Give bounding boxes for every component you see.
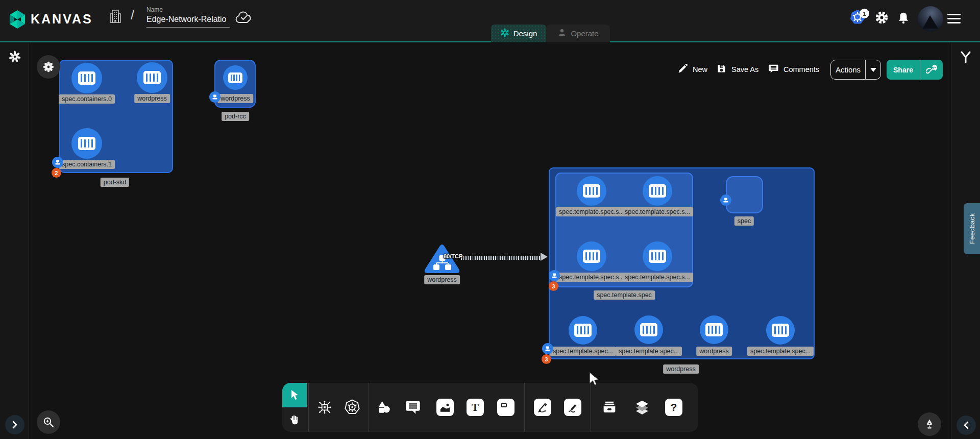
- tab-operate-label: Operate: [571, 29, 598, 38]
- node-label: spec.template.spec.s...: [556, 273, 627, 282]
- comments-label: Comments: [783, 65, 819, 74]
- save-as-button[interactable]: Save As: [716, 63, 758, 76]
- tab-design[interactable]: Design: [491, 25, 546, 42]
- node-label-spec: spec: [734, 216, 754, 226]
- network-badge[interactable]: [209, 91, 220, 103]
- container-icon: [649, 250, 666, 263]
- actions-label: Actions: [831, 65, 865, 74]
- comments-bubble-icon: [768, 63, 779, 76]
- service-node-wordpress[interactable]: [423, 243, 461, 277]
- container-node-wordpress-rcc[interactable]: [223, 65, 248, 90]
- edge-arrowhead-icon: [541, 253, 548, 261]
- edge-pen-tool-icon[interactable]: [531, 396, 554, 419]
- context-count-badge: 1: [860, 9, 869, 18]
- design-name-label: Name: [146, 6, 163, 13]
- container-node[interactable]: [577, 176, 606, 206]
- help-tool-icon[interactable]: ?: [663, 396, 685, 419]
- pen-nib-button[interactable]: [918, 412, 941, 436]
- hamburger-menu-icon[interactable]: [947, 14, 961, 26]
- container-icon: [583, 250, 600, 263]
- container-icon: [640, 323, 657, 336]
- group-spec-template-spec[interactable]: [555, 173, 693, 287]
- drawer-tool-icon[interactable]: [598, 396, 621, 419]
- error-count-badge[interactable]: 3: [542, 354, 551, 364]
- network-badge[interactable]: [720, 194, 731, 206]
- node-label: spec.template.spec.s...: [622, 207, 693, 216]
- container-node-spec-containers-1[interactable]: [71, 128, 102, 159]
- node-label: wordpress: [696, 347, 732, 356]
- error-count-badge[interactable]: 2: [52, 168, 61, 178]
- feedback-tab[interactable]: Feedback: [964, 203, 980, 254]
- container-node-wordpress[interactable]: [137, 62, 167, 93]
- network-badge[interactable]: [549, 270, 560, 281]
- container-icon: [78, 71, 95, 85]
- node-label: spec.containers.0: [59, 94, 115, 104]
- notifications-bell-icon[interactable]: [897, 11, 910, 27]
- container-node[interactable]: [700, 315, 728, 344]
- container-node[interactable]: [577, 241, 606, 271]
- new-label: New: [693, 65, 707, 74]
- share-button[interactable]: Share: [887, 60, 943, 80]
- header: KANVAS / Name: [0, 0, 980, 42]
- container-node[interactable]: [643, 176, 672, 206]
- tab-operate[interactable]: Operate: [546, 25, 610, 42]
- settings-gear-icon[interactable]: [875, 11, 889, 27]
- image-tool-icon[interactable]: [434, 396, 456, 419]
- organization-icon[interactable]: [109, 9, 121, 26]
- text-tool-glyph: T: [472, 401, 479, 414]
- save-floppy-icon: [716, 63, 727, 76]
- share-label: Share: [887, 66, 920, 74]
- cloud-saved-icon: [234, 10, 254, 28]
- comments-button[interactable]: Comments: [768, 63, 819, 76]
- user-avatar[interactable]: [918, 6, 943, 32]
- collapse-right-panel-button[interactable]: [957, 416, 976, 435]
- zoom-in-button[interactable]: [37, 410, 60, 434]
- node-spec[interactable]: [726, 176, 763, 213]
- node-label: wordpress: [134, 94, 170, 103]
- y-panel-icon[interactable]: [960, 51, 972, 65]
- network-badge[interactable]: [52, 157, 63, 168]
- expand-left-panel-button[interactable]: [5, 415, 24, 434]
- error-count-badge[interactable]: 3: [549, 281, 558, 291]
- container-icon: [143, 71, 161, 84]
- node-label: spec.template.spec...: [747, 347, 814, 356]
- copy-link-icon[interactable]: [920, 60, 943, 80]
- container-icon: [705, 323, 723, 336]
- container-node-spec-containers-0[interactable]: [71, 63, 102, 93]
- select-tool-button[interactable]: [282, 383, 307, 407]
- actions-button[interactable]: Actions: [830, 60, 881, 80]
- snowflake-button[interactable]: [37, 55, 60, 79]
- container-node[interactable]: [643, 241, 672, 271]
- operate-person-icon: [557, 28, 567, 39]
- actions-dropdown-caret[interactable]: [865, 60, 880, 79]
- group-label-pod-rcc: pod-rcc: [222, 112, 249, 121]
- shapes-tool-icon[interactable]: [373, 396, 395, 419]
- new-button[interactable]: New: [677, 63, 707, 76]
- service-label: wordpress: [424, 275, 460, 284]
- help-glyph: ?: [671, 401, 677, 413]
- group-label-deployment: wordpress: [663, 364, 699, 374]
- meshery-swirl-icon[interactable]: [9, 51, 21, 65]
- components-chip-icon[interactable]: [313, 396, 336, 419]
- container-icon: [228, 72, 242, 83]
- kanvas-logo-icon[interactable]: [7, 9, 28, 32]
- comment-tool-icon[interactable]: [402, 396, 424, 419]
- node-label: spec.template.spec.s...: [556, 207, 627, 216]
- network-badge[interactable]: [542, 343, 553, 354]
- service-edge[interactable]: [461, 256, 541, 260]
- kubernetes-tool-icon[interactable]: [341, 396, 363, 419]
- text-tool-icon[interactable]: T: [464, 396, 486, 419]
- layers-tool-icon[interactable]: [631, 396, 653, 419]
- design-name-input[interactable]: [146, 15, 230, 28]
- node-label: wordpress: [217, 94, 253, 103]
- container-node[interactable]: [766, 316, 795, 345]
- note-tool-icon[interactable]: [495, 396, 517, 419]
- container-icon: [78, 137, 95, 150]
- bottom-toolbar: T: [282, 383, 698, 432]
- save-as-label: Save As: [731, 65, 758, 74]
- container-node[interactable]: [569, 316, 597, 345]
- container-node[interactable]: [634, 315, 663, 344]
- pan-tool-button[interactable]: [282, 407, 307, 432]
- freehand-pen-tool-icon[interactable]: [561, 396, 584, 419]
- container-icon: [583, 184, 600, 198]
